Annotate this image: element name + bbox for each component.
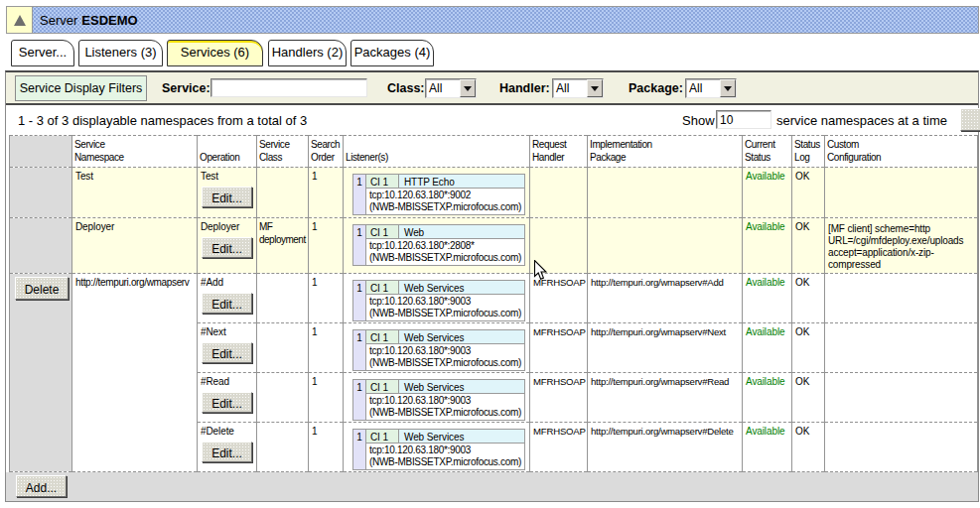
cell-custom-configuration — [825, 373, 978, 423]
cell-request-handler: MFRHSOAP — [530, 274, 588, 323]
cell-listeners: 1 CI 1 HTTP Echo tcp:10.120.63.180*:9002… — [344, 168, 530, 218]
handler-filter-select[interactable]: All — [552, 78, 604, 98]
class-dropdown-button[interactable] — [460, 79, 476, 97]
filter-title-box: Service Display Filters — [15, 75, 147, 101]
listener-name: Web Services — [399, 380, 524, 393]
cell-implementation-package: http://tempuri.org/wmapserv#Next — [588, 323, 743, 373]
collapse-button[interactable] — [7, 7, 33, 33]
listener-index: 1 — [353, 175, 366, 214]
class-filter-value: All — [426, 79, 460, 97]
delete-button[interactable]: Delete — [15, 277, 69, 300]
listener-index: 1 — [353, 281, 366, 320]
cell-status-log: OK — [792, 274, 825, 323]
triangle-up-icon — [14, 15, 26, 26]
cell-status-log: OK — [792, 423, 825, 472]
listener-comm: CI 1 — [366, 330, 399, 343]
service-filter-label: Service: — [162, 81, 210, 95]
edit-button[interactable]: Edit... — [202, 187, 252, 207]
tab-listeners[interactable]: Listeners (3) — [78, 40, 163, 66]
package-filter-select[interactable]: All — [685, 78, 737, 98]
listener-endpoint: tcp:10.120.63.180*:9003 (NWB-MBISSETXP.m… — [366, 394, 524, 420]
listener-name: Web Services — [399, 430, 524, 443]
header-service-class: Service Class — [257, 136, 309, 168]
listener-endpoint-text: tcp:10.120.63.180*:9003 — [369, 296, 471, 307]
header-implementation-package: Implementation Package — [588, 136, 743, 168]
service-filter-input[interactable] — [210, 78, 367, 97]
cell-operation: #Read Edit... — [198, 373, 257, 423]
handler-dropdown-button[interactable] — [587, 79, 603, 97]
package-filter-label: Package: — [629, 81, 683, 95]
listener-endpoint-text: tcp:10.120.63.180*:2808* — [369, 240, 475, 251]
cell-custom-configuration — [825, 168, 978, 218]
listener-endpoint-text: tcp:10.120.63.180*:9003 — [369, 444, 471, 455]
chevron-down-icon — [464, 86, 472, 91]
listener-box: 1 CI 1 Web Services tcp:10.120.63.180*:9… — [352, 329, 525, 371]
header-delete — [10, 136, 72, 168]
listener-index: 1 — [353, 430, 366, 469]
cell-listeners: 1 CI 1 Web Services tcp:10.120.63.180*:9… — [344, 373, 530, 423]
add-row: Add... — [6, 472, 978, 501]
class-filter-select[interactable]: All — [425, 78, 477, 98]
cell-request-handler: MFRHSOAP — [530, 323, 588, 373]
listener-host-text: (NWB-MBISSETXP.microfocus.com) — [369, 407, 521, 418]
listener-box: 1 CI 1 Web Services tcp:10.120.63.180*:9… — [352, 379, 525, 421]
cell-search-order: 1 — [309, 373, 344, 423]
server-title-bar: Server ESDEMO — [6, 6, 979, 34]
screen: Server ESDEMO Server... Listeners (3) Se… — [0, 0, 980, 508]
cell-current-status: Available — [743, 168, 792, 218]
listener-host-text: (NWB-MBISSETXP.microfocus.com) — [369, 308, 521, 318]
listener-endpoint-text: tcp:10.120.63.180*:9003 — [369, 345, 471, 356]
cell-operation: Deployer Edit... — [198, 218, 257, 274]
tab-handlers[interactable]: Handlers (2) — [268, 40, 347, 66]
header-status-log: Status Log — [792, 136, 825, 168]
cell-service-class — [257, 423, 309, 472]
listener-endpoint: tcp:10.120.63.180*:9002 (NWB-MBISSETXP.m… — [366, 189, 524, 214]
cell-operation: #Next Edit... — [198, 323, 257, 373]
operation-label: #Delete — [201, 426, 234, 437]
tab-packages[interactable]: Packages (4) — [350, 40, 434, 66]
table-header-row: Service Namespace Operation Service Clas… — [10, 136, 978, 168]
edit-button[interactable]: Edit... — [202, 342, 252, 363]
listener-endpoint: tcp:10.120.63.180*:9003 (NWB-MBISSETXP.m… — [366, 344, 524, 370]
package-dropdown-button[interactable] — [720, 79, 736, 97]
edit-button[interactable]: Edit... — [202, 392, 252, 413]
cell-status-log: OK — [792, 168, 825, 218]
cell-implementation-package — [588, 218, 743, 274]
header-listeners: Listener(s) — [344, 136, 530, 168]
cell-service-class — [257, 274, 309, 323]
cell-operation: Test Edit... — [198, 168, 257, 218]
listener-box: 1 CI 1 HTTP Echo tcp:10.120.63.180*:9002… — [352, 174, 525, 215]
table-row: Deployer Deployer Edit... MF deployment … — [10, 218, 978, 274]
listener-endpoint-text: tcp:10.120.63.180*:9002 — [369, 190, 471, 200]
header-operation: Operation — [198, 136, 257, 168]
cell-operation: #Add Edit... — [198, 274, 257, 323]
edit-button[interactable]: Edit... — [202, 442, 252, 462]
cell-namespace: http://tempuri.org/wmapserv — [72, 274, 198, 472]
cell-current-status: Available — [743, 373, 792, 423]
listener-endpoint: tcp:10.120.63.180*:9003 (NWB-MBISSETXP.m… — [366, 444, 524, 469]
edit-button[interactable]: Edit... — [202, 237, 252, 258]
header-service-namespace: Service Namespace — [72, 136, 198, 168]
tab-services[interactable]: Services (6) — [167, 40, 263, 66]
content-panel: Service Display Filters Service: Class: … — [5, 70, 979, 502]
class-filter-label: Class: — [387, 81, 425, 95]
cell-search-order: 1 — [309, 323, 344, 373]
namespace-summary: 1 - 3 of 3 displayable namespaces from a… — [18, 113, 307, 128]
header-current-status: Current Status — [743, 136, 792, 168]
cell-operation: #Delete Edit... — [198, 423, 257, 472]
chevron-down-icon — [724, 86, 732, 91]
edit-button[interactable]: Edit... — [202, 293, 252, 314]
cell-custom-configuration — [825, 274, 978, 323]
cell-implementation-package: http://tempuri.org/wmapserv#Read — [588, 373, 743, 423]
cell-implementation-package: http://tempuri.org/wmapserv#Add — [588, 274, 743, 323]
add-button[interactable]: Add... — [16, 475, 67, 497]
tab-server[interactable]: Server... — [11, 40, 74, 66]
cell-listeners: 1 CI 1 Web Services tcp:10.120.63.180*:9… — [344, 423, 530, 472]
listener-host-text: (NWB-MBISSETXP.microfocus.com) — [369, 201, 521, 212]
apply-show-button[interactable] — [960, 108, 980, 131]
package-filter-value: All — [686, 79, 720, 97]
listener-comm: CI 1 — [366, 380, 399, 393]
cell-delete: Delete — [10, 274, 72, 472]
show-count-input[interactable] — [716, 110, 771, 129]
listener-host-text: (NWB-MBISSETXP.microfocus.com) — [369, 252, 521, 263]
